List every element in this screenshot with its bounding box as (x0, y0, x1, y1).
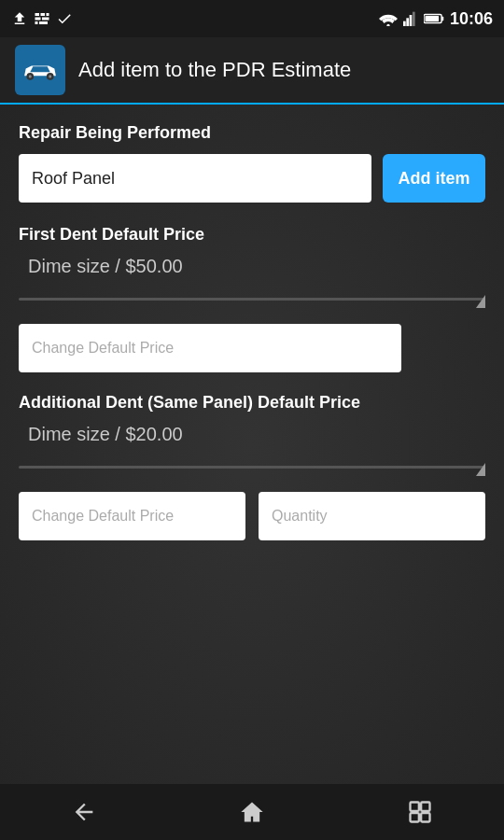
slider-track-2 (19, 466, 485, 469)
header-title: Add item to the PDR Estimate (78, 58, 351, 82)
svg-rect-2 (406, 18, 409, 26)
home-icon (239, 799, 265, 825)
svg-rect-13 (411, 803, 419, 811)
home-button[interactable] (224, 793, 280, 831)
bottom-inputs-row (19, 492, 485, 540)
quantity-input[interactable] (259, 492, 485, 540)
recent-apps-icon (407, 799, 433, 825)
status-bar: 10:06 (0, 0, 504, 37)
svg-point-10 (29, 75, 32, 77)
additional-dent-value: Dime size / $20.00 (28, 424, 485, 445)
svg-rect-16 (421, 813, 429, 821)
status-time: 10:06 (450, 9, 493, 29)
svg-rect-3 (410, 15, 413, 26)
repair-row: Add item (19, 154, 485, 203)
svg-point-12 (49, 75, 51, 77)
back-button[interactable] (56, 793, 112, 831)
svg-rect-15 (411, 813, 419, 821)
first-dent-slider[interactable] (19, 285, 485, 313)
nav-bar (0, 784, 504, 840)
slider-track-1 (19, 298, 485, 301)
svg-rect-7 (425, 16, 439, 21)
app-logo (15, 45, 65, 95)
wifi-icon (379, 11, 398, 26)
upload-icon (11, 10, 28, 27)
signal-icon (403, 11, 418, 26)
checkmark-icon (56, 10, 73, 27)
repair-label: Repair Being Performed (19, 123, 485, 143)
svg-point-0 (386, 24, 389, 26)
bars-icon (34, 10, 50, 27)
status-bar-right: 10:06 (379, 9, 493, 29)
first-dent-value: Dime size / $50.00 (28, 256, 485, 277)
status-bar-left (11, 10, 73, 27)
back-icon (71, 799, 97, 825)
svg-rect-1 (403, 21, 406, 26)
crs-logo-image (19, 51, 62, 89)
svg-rect-4 (413, 12, 415, 26)
add-item-button[interactable]: Add item (383, 154, 485, 203)
main-content: Repair Being Performed Add item First De… (0, 105, 504, 784)
change-default-price-input-1[interactable] (19, 324, 401, 372)
additional-dent-slider[interactable] (19, 453, 485, 481)
app-header: Add item to the PDR Estimate (0, 37, 504, 105)
first-dent-label: First Dent Default Price (19, 225, 485, 245)
recent-apps-button[interactable] (392, 793, 448, 831)
svg-rect-6 (441, 17, 443, 21)
change-default-price-input-2[interactable] (19, 492, 245, 540)
battery-icon (424, 11, 444, 26)
slider-thumb-1 (476, 295, 485, 308)
repair-input[interactable] (19, 154, 371, 203)
slider-thumb-2 (476, 463, 485, 476)
svg-rect-14 (421, 803, 429, 811)
additional-dent-label: Additional Dent (Same Panel) Default Pri… (19, 393, 485, 413)
